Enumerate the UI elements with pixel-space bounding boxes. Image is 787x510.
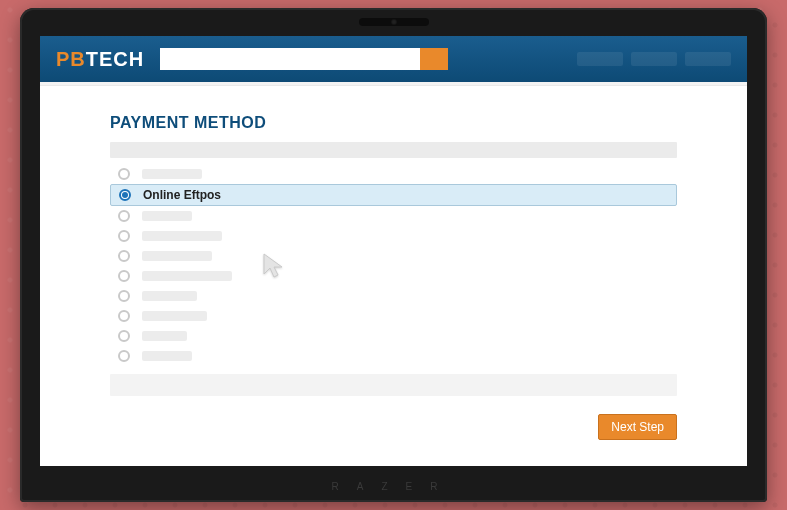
radio-icon[interactable]: [118, 270, 130, 282]
site-logo[interactable]: PBTECH: [56, 48, 144, 71]
laptop-frame: PBTECH PAYMENT METHOD Online Eftpos Next…: [20, 8, 767, 502]
laptop-camera: [359, 18, 429, 26]
radio-icon[interactable]: [118, 310, 130, 322]
next-step-button[interactable]: Next Step: [598, 414, 677, 440]
nav-item-placeholder[interactable]: [685, 52, 731, 66]
laptop-brand-text: RAZER: [332, 481, 456, 492]
payment-option-label: Online Eftpos: [143, 188, 221, 202]
section-top-strip: [110, 142, 677, 158]
payment-option-label-placeholder: [142, 271, 232, 281]
payment-option-label-placeholder: [142, 351, 192, 361]
section-title-payment-method: PAYMENT METHOD: [110, 114, 677, 132]
screen: PBTECH PAYMENT METHOD Online Eftpos Next…: [40, 36, 747, 466]
radio-icon[interactable]: [118, 210, 130, 222]
payment-option-label-placeholder: [142, 311, 207, 321]
payment-option[interactable]: [110, 286, 677, 306]
page-content: PAYMENT METHOD Online Eftpos Next Step: [40, 86, 747, 460]
site-header: PBTECH: [40, 36, 747, 82]
payment-option-label-placeholder: [142, 331, 187, 341]
payment-option-label-placeholder: [142, 169, 202, 179]
radio-icon[interactable]: [118, 350, 130, 362]
payment-option[interactable]: [110, 346, 677, 366]
payment-option[interactable]: [110, 266, 677, 286]
payment-option[interactable]: [110, 226, 677, 246]
radio-icon[interactable]: [118, 250, 130, 262]
radio-icon[interactable]: [119, 189, 131, 201]
payment-option-label-placeholder: [142, 291, 197, 301]
actions-row: Next Step: [110, 414, 677, 440]
header-nav: [577, 52, 731, 66]
logo-pb: PB: [56, 48, 86, 71]
payment-option[interactable]: [110, 306, 677, 326]
search-button[interactable]: [420, 48, 448, 70]
section-bottom-strip: [110, 374, 677, 396]
payment-option-label-placeholder: [142, 211, 192, 221]
payment-options-list: Online Eftpos: [110, 164, 677, 366]
radio-icon[interactable]: [118, 290, 130, 302]
nav-item-placeholder[interactable]: [577, 52, 623, 66]
nav-item-placeholder[interactable]: [631, 52, 677, 66]
payment-option[interactable]: [110, 326, 677, 346]
payment-option-online-eftpos[interactable]: Online Eftpos: [110, 184, 677, 206]
payment-option[interactable]: [110, 206, 677, 226]
radio-icon[interactable]: [118, 168, 130, 180]
radio-icon[interactable]: [118, 230, 130, 242]
payment-option[interactable]: [110, 164, 677, 184]
search-wrap: [160, 48, 448, 70]
logo-tech: TECH: [86, 48, 144, 71]
search-input[interactable]: [160, 48, 420, 70]
payment-option[interactable]: [110, 246, 677, 266]
payment-option-label-placeholder: [142, 231, 222, 241]
radio-icon[interactable]: [118, 330, 130, 342]
payment-option-label-placeholder: [142, 251, 212, 261]
